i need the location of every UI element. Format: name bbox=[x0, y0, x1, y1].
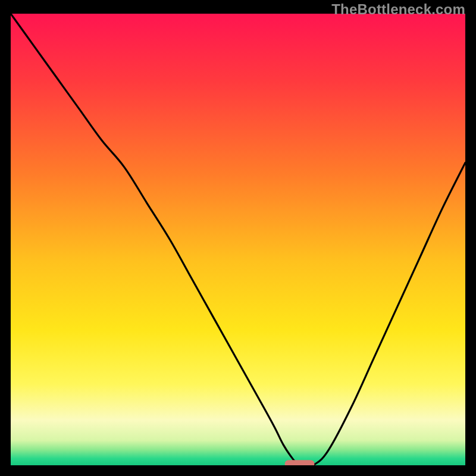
watermark-text: TheBottleneck.com bbox=[331, 1, 465, 18]
optimal-marker bbox=[285, 460, 315, 465]
chart-svg bbox=[11, 14, 465, 465]
plot-area bbox=[11, 14, 465, 465]
chart-frame: TheBottleneck.com bbox=[0, 0, 476, 476]
gradient-background bbox=[11, 14, 465, 465]
